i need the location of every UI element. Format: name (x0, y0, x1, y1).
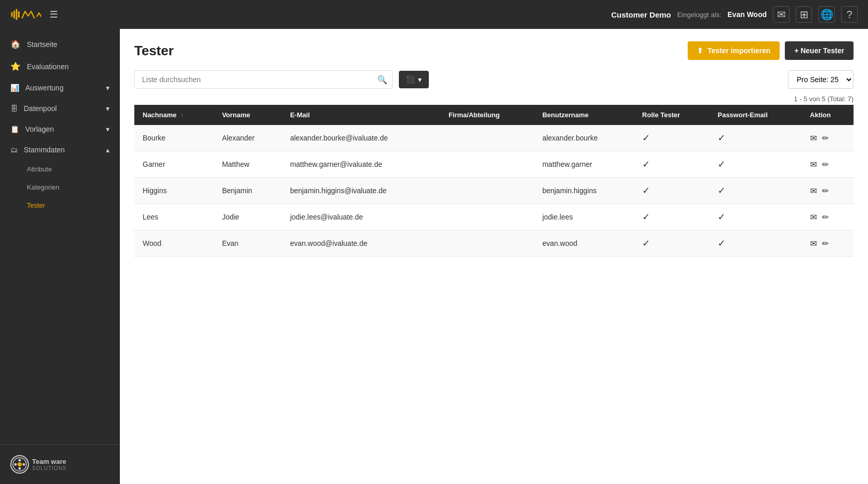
sidebar-item-vorlagen[interactable]: 📋 Vorlagen ▾ (0, 119, 120, 139)
rolle-check: ✓ (642, 185, 650, 196)
stammdaten-subnav: Attribute Kategorien Tester (0, 160, 120, 214)
cell-email: evan.wood@ivaluate.de (282, 230, 440, 257)
col-nachname[interactable]: Nachname ↑ (134, 105, 214, 125)
globe-icon[interactable]: 🌐 (818, 6, 835, 23)
chart-icon: 📊 (10, 84, 19, 92)
cell-aktion: ✉ ✏ (802, 230, 854, 257)
cell-rolle: ✓ (634, 178, 709, 204)
cell-aktion: ✉ ✏ (802, 151, 854, 178)
cell-vorname: Jodie (214, 204, 282, 230)
col-email: E-Mail (282, 105, 440, 125)
sidebar-label-startseite: Startseite (27, 40, 57, 49)
passwort-check: ✓ (718, 212, 725, 222)
send-email-icon[interactable]: ✉ (810, 212, 817, 222)
cell-passwort: ✓ (709, 230, 802, 257)
svg-point-9 (23, 463, 25, 466)
datenpool-left: 🗄 Datenpool (10, 104, 57, 113)
cell-nachname: Garner (134, 151, 214, 178)
help-icon[interactable]: ? (841, 6, 858, 23)
sidebar-item-stammdaten[interactable]: 🗂 Stammdaten ▴ (0, 139, 120, 160)
content-area: Tester ⬆ Tester importieren + Neuer Test… (120, 29, 868, 484)
cell-vorname: Benjamin (214, 178, 282, 204)
send-email-icon[interactable]: ✉ (810, 160, 817, 169)
chevron-up-icon-stammdaten: ▴ (106, 146, 110, 154)
auswertung-left: 📊 Auswertung (10, 84, 64, 92)
search-button[interactable]: 🔍 (377, 75, 388, 85)
page-title-row: Tester ⬆ Tester importieren + Neuer Test… (134, 41, 854, 60)
chevron-down-icon-datenpool: ▾ (106, 104, 110, 113)
sidebar-nav: 🏠 Startseite ⭐ Evaluationen 📊 Auswertung… (0, 29, 120, 444)
send-email-icon[interactable]: ✉ (810, 133, 817, 143)
sidebar-sub-tester[interactable]: Tester (27, 196, 120, 214)
action-icons: ✉ ✏ (810, 239, 845, 248)
send-email-icon[interactable]: ✉ (810, 186, 817, 196)
header-left: ☰ (10, 6, 58, 23)
cell-firma (440, 204, 534, 230)
mail-icon[interactable]: ✉ (773, 6, 789, 23)
edit-icon[interactable]: ✏ (822, 239, 829, 248)
table-header-row: Nachname ↑ Vorname E-Mail Firma/Abteilun… (134, 105, 854, 125)
action-icons: ✉ ✏ (810, 133, 845, 143)
teamware-logo: Team ware SOLUTIONS (10, 455, 67, 474)
table-row: Higgins Benjamin benjamin.higgins@ivalua… (134, 178, 854, 204)
passwort-check: ✓ (718, 159, 725, 169)
sidebar-item-datenpool[interactable]: 🗄 Datenpool ▾ (0, 98, 120, 119)
rolle-check: ✓ (642, 238, 650, 248)
import-button[interactable]: ⬆ Tester importieren (688, 41, 780, 60)
table-body: Bourke Alexander alexander.bourke@ivalua… (134, 125, 854, 257)
svg-rect-0 (11, 12, 13, 17)
sidebar-sub-kategorien[interactable]: Kategorien (27, 178, 120, 196)
sidebar-item-evaluationen[interactable]: ⭐ Evaluationen (0, 55, 120, 77)
customer-demo-label: Customer Demo (611, 10, 671, 19)
filter-button[interactable]: ⬛ ▾ (399, 71, 429, 88)
sidebar-sub-attribute[interactable]: Attribute (27, 160, 120, 178)
home-icon: 🏠 (10, 39, 21, 49)
edit-icon[interactable]: ✏ (822, 160, 829, 169)
cell-email: matthew.garner@ivaluate.de (282, 151, 440, 178)
per-page-select[interactable]: Pro Seite: 25 (788, 70, 854, 89)
logout-icon[interactable]: ⊞ (796, 6, 812, 23)
sidebar-label-evaluationen: Evaluationen (27, 63, 69, 71)
sidebar-label-stammdaten: Stammdaten (24, 146, 65, 154)
sidebar-item-startseite[interactable]: 🏠 Startseite (0, 33, 120, 55)
cell-passwort: ✓ (709, 178, 802, 204)
sort-arrow: ↑ (180, 112, 183, 118)
rolle-check: ✓ (642, 133, 650, 143)
col-firma: Firma/Abteilung (440, 105, 534, 125)
template-icon: 📋 (10, 125, 19, 133)
edit-icon[interactable]: ✏ (822, 186, 829, 196)
svg-point-6 (19, 459, 21, 462)
new-tester-button[interactable]: + Neuer Tester (785, 41, 854, 60)
cell-rolle: ✓ (634, 204, 709, 230)
search-input[interactable] (134, 70, 393, 89)
action-icons: ✉ ✏ (810, 212, 845, 222)
star-icon: ⭐ (10, 61, 21, 71)
sidebar-label-datenpool: Datenpool (24, 104, 57, 113)
stammdaten-left: 🗂 Stammdaten (10, 146, 65, 154)
app-layout: 🏠 Startseite ⭐ Evaluationen 📊 Auswertung… (0, 29, 868, 484)
action-icons: ✉ ✏ (810, 186, 845, 196)
hamburger-icon[interactable]: ☰ (50, 9, 58, 20)
page-title: Tester (134, 43, 174, 59)
sidebar-item-auswertung[interactable]: 📊 Auswertung ▾ (0, 77, 120, 98)
cell-firma (440, 151, 534, 178)
search-row: 🔍 ⬛ ▾ Pro Seite: 25 (134, 70, 854, 89)
edit-icon[interactable]: ✏ (822, 212, 829, 222)
cell-benutzername: evan.wood (534, 230, 634, 257)
cell-nachname: Wood (134, 230, 214, 257)
main-content: Tester ⬆ Tester importieren + Neuer Test… (120, 29, 868, 484)
svg-point-8 (14, 463, 17, 466)
cell-nachname: Lees (134, 204, 214, 230)
edit-icon[interactable]: ✏ (822, 133, 829, 143)
cell-aktion: ✉ ✏ (802, 204, 854, 230)
app-logo (10, 6, 41, 23)
logo-area (10, 6, 41, 23)
title-actions: ⬆ Tester importieren + Neuer Tester (688, 41, 854, 60)
col-passwort: Passwort-Email (709, 105, 802, 125)
svg-point-5 (18, 462, 22, 466)
cell-firma (440, 230, 534, 257)
send-email-icon[interactable]: ✉ (810, 239, 817, 248)
cell-rolle: ✓ (634, 125, 709, 151)
col-vorname: Vorname (214, 105, 282, 125)
kategorien-label: Kategorien (27, 183, 59, 191)
